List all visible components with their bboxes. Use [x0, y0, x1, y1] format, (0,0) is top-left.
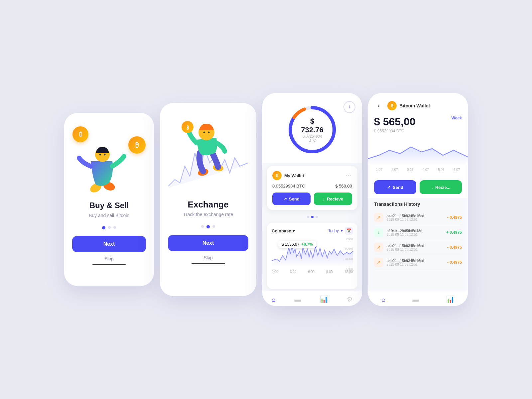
skip-button-1[interactable]: Skip — [104, 256, 113, 261]
svg-point-4 — [104, 154, 106, 156]
back-button[interactable]: ‹ — [374, 102, 383, 109]
s4-actions: ↗ Send ↓ Recie... — [368, 176, 468, 198]
settings-icon: ⚙ — [347, 295, 353, 303]
wallet-name-row: ₿ My Wallet — [272, 171, 304, 180]
tx-date-1: 2018-09-11 03:12:51 — [387, 233, 443, 236]
s4-x-1: 1.07 — [376, 168, 382, 172]
add-button[interactable]: + — [343, 101, 355, 113]
wallet-header: ₿ My Wallet ··· — [272, 171, 352, 180]
tx-amount-2: - 0.4975 — [447, 245, 462, 250]
card-dot-3 — [316, 216, 318, 218]
card-dot-1 — [307, 216, 309, 218]
date-selector[interactable]: Today ▾ 📅 — [328, 227, 353, 235]
svg-point-3 — [99, 154, 101, 156]
nav-settings[interactable]: ⚙ — [347, 295, 353, 303]
pagination-dots-2 — [201, 225, 215, 228]
tx-date-2: 2018-09-11 03:12:51 — [387, 248, 444, 251]
s4-chart-section: 1.07 2.07 3.07 4.07 5.07 6.07 — [368, 139, 468, 176]
home-indicator-1 — [92, 264, 126, 265]
tx-hash-0: a4e21...15b9345e16cd — [387, 214, 444, 218]
phone-3: + $ 732.76 0.07254934 BTC — [262, 93, 362, 306]
screen2-title: Exchange — [188, 200, 229, 210]
s4-nav-chart[interactable]: 📊 — [446, 295, 455, 303]
tx-item-3: ↗ a4e21...15b9345e16cd 2018-09-11 03:12:… — [374, 255, 462, 270]
phone-2: ₿ Exchange Track the exchange rate Next — [160, 103, 256, 296]
screen2-subtitle: Track the exchange rate — [183, 212, 233, 217]
price-tooltip: $ 1536.07 +0.7% — [278, 241, 316, 248]
x-axis-labels: 0:00 3:00 6:00 9:00 12:00 — [272, 270, 353, 274]
tx-title: Transactions History — [374, 201, 462, 207]
exchange-chart: $ 1536.07 +0.7% 2000 15000 10000 5000 — [272, 237, 353, 271]
s4-nav-home[interactable]: ⌂ — [381, 296, 385, 303]
s4-wallet-icon: ▬ — [413, 296, 419, 303]
person-svg-1 — [72, 135, 132, 193]
more-options[interactable]: ··· — [346, 173, 352, 179]
bottom-nav-3: ⌂ ▬ 📊 ⚙ — [262, 291, 362, 306]
tx-icon-2: ↗ — [374, 243, 383, 252]
tx-hash-2: a4e21...15b9345e16cd — [387, 244, 444, 248]
tx-icon-1: ↓ — [374, 228, 383, 237]
coinbase-label: Coinbase — [272, 228, 291, 233]
tx-amount-0: - 0.4975 — [447, 215, 462, 220]
gauge: $ 732.76 0.07254934 BTC — [286, 103, 339, 156]
date-chevron-icon: ▾ — [341, 228, 343, 233]
illustration-1: ₿ ₿ — [72, 126, 146, 193]
tx-icon-3: ↗ — [374, 258, 383, 267]
s4-receive-button[interactable]: ↓ Recie... — [420, 180, 462, 194]
balance-section: + $ 732.76 0.07254934 BTC — [262, 93, 362, 163]
tx-info-3: a4e21...15b9345e16cd 2018-09-11 03:12:51 — [387, 259, 444, 266]
y-label-1: 2000 — [346, 237, 353, 241]
s4-x-2: 2.07 — [391, 168, 398, 172]
nav-home[interactable]: ⌂ — [272, 296, 276, 303]
nav-wallet[interactable]: ▬ — [294, 296, 301, 303]
next-button-1[interactable]: Next — [72, 236, 146, 252]
svg-marker-17 — [368, 147, 468, 165]
gauge-btc: 0.07254934 BTC — [299, 134, 326, 142]
week-selector[interactable]: Week — [452, 116, 462, 120]
tx-info-1: a104e...29d5fbf5d48d 2018-09-11 03:12:51 — [387, 229, 443, 236]
s4-chart-svg — [368, 139, 468, 165]
dot2-1 — [201, 225, 204, 228]
s4-send-button[interactable]: ↗ Send — [374, 180, 416, 194]
calendar-icon[interactable]: 📅 — [345, 227, 353, 235]
s4-nav-wallet[interactable]: ▬ — [413, 296, 419, 303]
y-axis-labels: 2000 15000 10000 5000 — [344, 237, 353, 271]
s4-chart-x-labels: 1.07 2.07 3.07 4.07 5.07 6.07 — [368, 167, 468, 173]
screen1-title: Buy & Sell — [89, 201, 129, 210]
next-button-2[interactable]: Next — [168, 235, 248, 251]
s4-receive-icon: ↓ — [431, 185, 433, 190]
s4-balance: $ 565,00 0.05529984 BTC Week — [368, 116, 468, 139]
dot-2 — [108, 226, 111, 229]
tx-hash-3: a4e21...15b9345e16cd — [387, 259, 444, 263]
wallet-balance-row: 0.05529984 BTC $ 560.00 — [272, 184, 352, 189]
dot2-2 — [206, 225, 210, 228]
receive-button-3[interactable]: ↓ Recieve — [314, 193, 352, 205]
tx-info-2: a4e21...15b9345e16cd 2018-09-11 03:12:51 — [387, 244, 444, 251]
wallet-btc: 0.05529984 BTC — [272, 184, 305, 189]
illustration-2: ₿ — [168, 113, 248, 193]
send-arrow-icon: ↗ — [283, 197, 287, 201]
svg-text:₿: ₿ — [187, 125, 189, 130]
s4-bottom-nav: ⌂ ▬ 📊 — [368, 291, 468, 306]
nav-chart[interactable]: 📊 — [320, 295, 328, 303]
x-label-1: 0:00 — [272, 270, 278, 274]
tx-amount-3: - 0.4975 — [447, 260, 462, 265]
x-label-2: 3:00 — [290, 270, 296, 274]
home-icon: ⌂ — [272, 296, 276, 303]
tx-item-2: ↗ a4e21...15b9345e16cd 2018-09-11 03:12:… — [374, 240, 462, 255]
wallet-name: My Wallet — [284, 173, 304, 178]
phone-1: ₿ ₿ — [64, 113, 154, 286]
send-button-3[interactable]: ↗ Send — [272, 193, 311, 205]
tx-history: Transactions History ↗ a4e21...15b9345e1… — [368, 198, 468, 291]
skip-button-2[interactable]: Skip — [203, 255, 212, 260]
coinbase-selector[interactable]: Coinbase ▾ — [272, 228, 295, 233]
dot-1 — [102, 226, 105, 229]
s4-send-label: Send — [393, 185, 403, 190]
s4-home-icon: ⌂ — [381, 296, 385, 303]
chart-icon: 📊 — [320, 295, 328, 303]
person-svg-2: ₿ — [175, 113, 241, 180]
btc-icon: ₿ — [272, 171, 282, 180]
svg-point-9 — [208, 132, 210, 133]
exchange-header: Coinbase ▾ Today ▾ 📅 — [272, 227, 353, 235]
y-label-2: 15000 — [344, 247, 353, 251]
